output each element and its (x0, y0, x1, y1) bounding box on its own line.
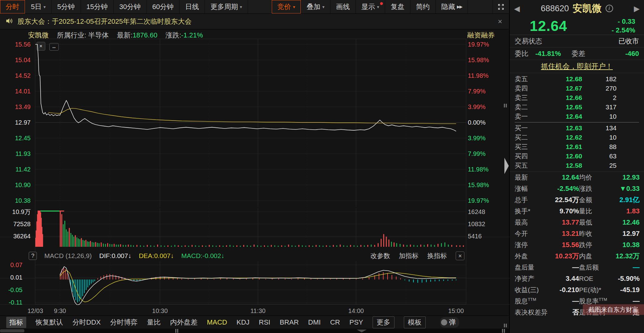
tab-画线[interactable]: 画线 (330, 0, 356, 13)
orderbook-level: 卖一 (515, 112, 538, 121)
price-axis-label: 10.90 (0, 181, 33, 189)
collapse-down-icon[interactable] (357, 330, 367, 332)
scrollbar-thumb[interactable] (0, 329, 24, 332)
tab-label: 叠加 (307, 2, 320, 12)
indicator-指标[interactable]: 指标 (6, 317, 26, 328)
stat-label: 最新 (515, 173, 528, 182)
watermark: 截图来自东方财富 (583, 304, 644, 315)
panel-drag-handle-icon[interactable] (503, 324, 508, 327)
chevron-down-icon: ▾ (377, 4, 379, 9)
quote-nav: ◀ 688620 安凯微 i ▶ (510, 0, 644, 17)
stat-value: 10.23万 (555, 251, 579, 261)
percent-axis-label: 3.99% (468, 103, 498, 111)
help-icon[interactable]: ? (29, 252, 37, 260)
orderbook-volume: 10 (582, 134, 617, 141)
tab-label: 15分钟 (87, 2, 108, 12)
macd-close-icon[interactable]: × (456, 251, 464, 260)
stat-cell: 金额2.91亿 (579, 195, 644, 205)
order-book: 卖五12.68182卖四12.67270卖三12.662卖二12.65317卖一… (510, 73, 644, 172)
stat-label: 盘后量 (515, 263, 534, 272)
news-close-icon[interactable]: × (498, 17, 502, 26)
stat-cell: 股息TTM— (510, 297, 579, 306)
indicator-PSY[interactable]: PSY (349, 318, 363, 326)
tab-30分钟[interactable]: 30分钟 (114, 0, 146, 13)
indicator-分时博弈[interactable]: 分时博弈 (110, 318, 137, 327)
tab-日线[interactable]: 日线 (180, 0, 205, 13)
macd-action-加指标[interactable]: 加指标 (399, 251, 419, 260)
macd-action-换指标[interactable]: 换指标 (427, 251, 447, 260)
tab-label: 竞价 (277, 2, 291, 12)
chevron-down-icon: ▾ (293, 4, 295, 9)
chart-column: 分时5日▾5分钟15分钟30分钟60分钟日线更多周期▾竞价▾叠加▾画线显示▾复盘… (0, 0, 510, 333)
drag-handle-icon[interactable] (502, 329, 506, 333)
indicator-内外盘差[interactable]: 内外盘差 (170, 318, 197, 327)
weibi-row: 委比 -41.81% 委差 -460 (510, 47, 644, 60)
drag-handle-icon[interactable] (175, 329, 179, 333)
tab-5日[interactable]: 5日▾ (25, 0, 52, 13)
stat-label: 金额 (579, 196, 592, 204)
chart-region[interactable]: 安凯微 所属行业: 半导体 最新:1876.60 涨跌:-1.21% 融资融券 … (0, 29, 509, 316)
indicator-量比[interactable]: 量比 (147, 318, 161, 327)
orderbook-volume: 2 (582, 94, 617, 102)
volume-axis-label: 36264 (0, 233, 33, 240)
tab-label: 简约 (416, 2, 430, 12)
tab-分时[interactable]: 分时 (0, 0, 25, 13)
indicator-CR[interactable]: CR (330, 318, 340, 326)
amount-axis-label: 10832 (468, 221, 498, 228)
tab-60分钟[interactable]: 60分钟 (147, 0, 180, 13)
indicator-恢复默认[interactable]: 恢复默认 (36, 318, 63, 327)
orderbook-volume: 10 (582, 113, 617, 120)
indicator-KDJ[interactable]: KDJ (236, 318, 250, 326)
price-chart[interactable] (35, 39, 466, 207)
stat-value: 10.38 (622, 241, 640, 249)
popup-toggle[interactable]: 弹 (440, 317, 459, 328)
open-account-ad: 抓住机会，即刻开户！ (510, 60, 644, 73)
stat-value: 12.93 (622, 173, 640, 181)
prev-stock-icon[interactable]: ◀ (514, 4, 520, 13)
stat-value: 12.64 (562, 173, 579, 181)
indicator-DMI[interactable]: DMI (308, 318, 321, 326)
orderbook-price: 12.60 (538, 152, 582, 160)
orderbook-level: 卖三 (515, 93, 538, 102)
stat-row: 外盘10.23万内盘12.32万 (510, 251, 644, 262)
panel-drag-handle-icon[interactable] (503, 104, 508, 107)
stock-code: 688620 (541, 4, 569, 13)
stat-value: — (572, 297, 579, 305)
tab-显示[interactable]: 显示▾ (356, 0, 385, 13)
volume-chart[interactable] (35, 208, 466, 248)
next-stock-icon[interactable]: ▶ (634, 4, 640, 13)
tab-复盘[interactable]: 复盘 (385, 0, 410, 13)
tab-隐藏[interactable]: 隐藏▶▶ (436, 0, 468, 13)
trade-status-row: 交易状态 已收市 (510, 35, 644, 47)
tab-叠加[interactable]: 叠加▾ (301, 0, 330, 13)
tab-竞价[interactable]: 竞价▾ (272, 0, 301, 13)
open-account-link[interactable]: 抓住机会，即刻开户！ (541, 62, 613, 71)
indicator-分时DDX[interactable]: 分时DDX (72, 318, 101, 327)
tab-5分钟[interactable]: 5分钟 (52, 0, 81, 13)
indicator-模板[interactable]: 模板 (404, 316, 426, 328)
percent-axis-label: 7.99% (468, 88, 498, 95)
tab-简约[interactable]: 简约 (410, 0, 436, 13)
macd-dea-value: DEA:0.007↓ (139, 252, 174, 260)
tab-label: 5日 (31, 2, 42, 12)
info-icon[interactable]: i (606, 5, 613, 12)
tab-15分钟[interactable]: 15分钟 (81, 0, 114, 13)
panel-collapse-icon[interactable] (504, 158, 509, 174)
stat-label: 最低 (579, 218, 592, 227)
percent-axis-label: 3.99% (468, 135, 498, 142)
stat-label: ROE (579, 275, 593, 282)
macd-action-改参数[interactable]: 改参数 (370, 251, 390, 260)
expand-icon[interactable] (493, 0, 509, 13)
orderbook-level: 卖二 (515, 103, 538, 112)
indicator-BRAR[interactable]: BRAR (280, 318, 299, 326)
stat-value: 2.91亿 (619, 195, 640, 205)
indicator-RSI[interactable]: RSI (259, 318, 270, 326)
indicator-更多[interactable]: 更多 (373, 316, 394, 328)
orderbook-level: 买二 (515, 133, 538, 142)
macd-chart[interactable] (35, 261, 466, 305)
stat-cell: PE(动)*-45.19 (579, 286, 644, 294)
margin-trading-tag[interactable]: 融资融券 (467, 31, 495, 40)
tab-更多周期[interactable]: 更多周期▾ (205, 0, 248, 13)
orderbook-row: 买三12.6188 (510, 142, 644, 152)
indicator-MACD[interactable]: MACD (207, 318, 227, 326)
